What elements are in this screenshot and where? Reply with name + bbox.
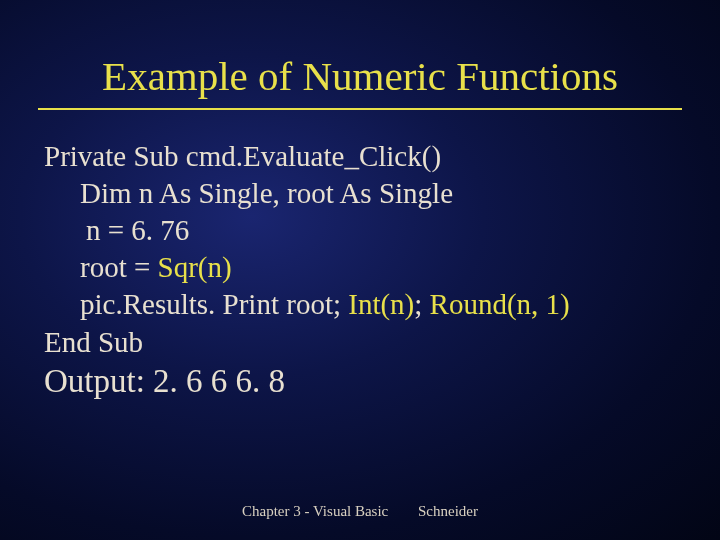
- code-line-3: n = 6. 76: [44, 212, 676, 249]
- code-line-5: pic.Results. Print root; Int(n); Round(n…: [44, 286, 676, 323]
- slide-title: Example of Numeric Functions: [0, 0, 720, 108]
- slide-footer: Chapter 3 - Visual Basic Schneider: [0, 503, 720, 520]
- code-text: pic.Results. Print root;: [80, 288, 348, 320]
- slide-content: Private Sub cmd.Evaluate_Click() Dim n A…: [0, 138, 720, 400]
- code-line-2: Dim n As Single, root As Single: [44, 175, 676, 212]
- code-text: ;: [414, 288, 429, 320]
- output-line: Output: 2. 6 6 6. 8: [44, 363, 676, 400]
- code-text: root =: [80, 251, 158, 283]
- output-values: 2. 6 6 6. 8: [153, 363, 285, 399]
- code-line-4: root = Sqr(n): [44, 249, 676, 286]
- code-highlight-round: Round(n, 1): [430, 288, 570, 320]
- code-highlight-int: Int(n): [348, 288, 414, 320]
- footer-chapter: Chapter 3 - Visual Basic: [242, 503, 388, 519]
- output-label: Output:: [44, 363, 145, 399]
- footer-author: Schneider: [418, 503, 478, 519]
- code-line-6: End Sub: [44, 324, 676, 361]
- title-underline: [38, 108, 682, 110]
- code-line-1: Private Sub cmd.Evaluate_Click(): [44, 138, 676, 175]
- code-highlight-sqr: Sqr(n): [158, 251, 232, 283]
